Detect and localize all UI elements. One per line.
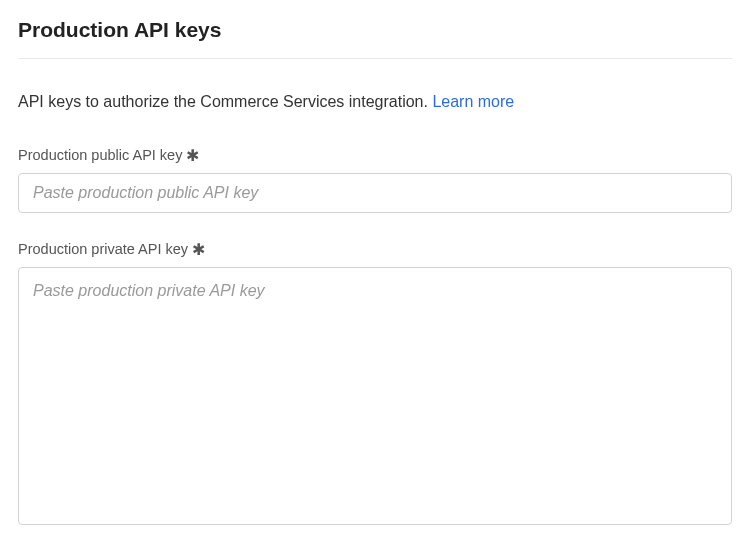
private-api-key-input[interactable] (18, 267, 732, 525)
required-asterisk-icon: ✱ (192, 242, 205, 258)
public-api-key-label-text: Production public API key (18, 147, 182, 163)
learn-more-link[interactable]: Learn more (432, 93, 514, 110)
private-api-key-label-text: Production private API key (18, 241, 188, 257)
private-api-key-label: Production private API key ✱ (18, 241, 732, 257)
section-description: API keys to authorize the Commerce Servi… (18, 91, 732, 113)
required-asterisk-icon: ✱ (186, 148, 199, 164)
section-title: Production API keys (18, 18, 732, 59)
description-text: API keys to authorize the Commerce Servi… (18, 93, 432, 110)
public-api-key-input[interactable] (18, 173, 732, 213)
public-api-key-label: Production public API key ✱ (18, 147, 732, 163)
public-api-key-field: Production public API key ✱ (18, 147, 732, 213)
private-api-key-field: Production private API key ✱ (18, 241, 732, 529)
